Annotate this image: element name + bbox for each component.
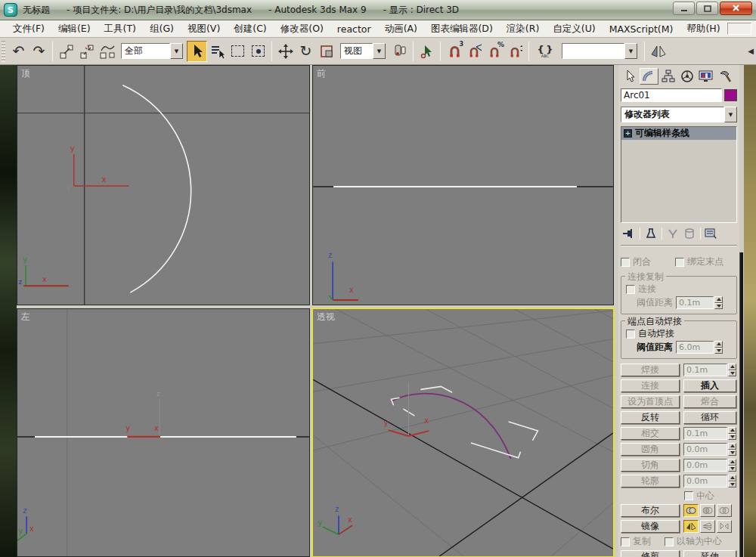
spinner-down-icon[interactable] (728, 466, 736, 472)
spinner-down-icon[interactable] (728, 370, 736, 377)
chamfer-button[interactable]: 切角 (621, 459, 680, 472)
percent-snap-button[interactable]: % (485, 41, 505, 62)
undo-button[interactable]: ↶ (8, 41, 29, 62)
expand-icon[interactable]: + (624, 129, 632, 138)
menu-rendering[interactable]: 渲染(R) (500, 21, 546, 37)
bind-last-checkbox[interactable] (675, 258, 684, 267)
spinner-up-icon[interactable] (728, 443, 736, 450)
menu-maxscript[interactable]: MAXScript(M) (603, 22, 680, 36)
named-selection-dropdown[interactable]: ▼ (562, 43, 637, 59)
use-pivot-point-center-button[interactable] (389, 41, 410, 62)
fillet-button[interactable]: 圆角 (621, 443, 680, 456)
menu-reactor[interactable]: reactor (330, 22, 378, 36)
extend-button[interactable]: 延伸 (683, 550, 736, 557)
object-name-field[interactable]: Arc01 (621, 88, 722, 102)
spinner-up-icon[interactable] (714, 296, 723, 303)
modifier-list-dropdown[interactable]: 修改器列表 ▼ (621, 107, 737, 122)
auto-weld-checkbox[interactable] (626, 330, 635, 339)
unlink-selection-button[interactable] (76, 41, 97, 62)
chevron-down-icon[interactable]: ▼ (624, 43, 637, 59)
configure-modifier-sets-button[interactable] (703, 227, 720, 240)
angle-snap-button[interactable] (464, 41, 485, 62)
viewport-front[interactable]: 前 z x (312, 65, 614, 305)
select-and-move-button[interactable] (275, 41, 296, 62)
viewport-front-label[interactable]: 前 (317, 67, 326, 80)
viewport-top-label[interactable]: 顶 (21, 67, 30, 80)
connect-threshold-spinner[interactable]: 0.1m (676, 296, 723, 309)
copy-checkbox[interactable] (621, 537, 630, 546)
mirror-both-button[interactable] (717, 520, 732, 533)
mirror-horizontal-button[interactable] (683, 520, 699, 533)
tab-modify[interactable] (640, 68, 658, 85)
chamfer-spinner[interactable]: 0.0m (683, 459, 736, 472)
selection-filter-dropdown[interactable]: 全部 ▼ (121, 43, 183, 59)
maximize-button[interactable] (696, 2, 718, 15)
connect-button[interactable]: 连接 (621, 379, 680, 392)
viewport-perspective-label[interactable]: 透视 (317, 311, 335, 323)
stack-item-editable-spline[interactable]: + 可编辑样条线 (621, 127, 736, 140)
menu-modifiers[interactable]: 修改器(O) (274, 21, 330, 37)
chevron-down-icon[interactable]: ▼ (724, 107, 737, 122)
boolean-subtract-button[interactable] (700, 504, 715, 517)
about-pivot-checkbox[interactable] (665, 537, 674, 546)
tab-motion[interactable] (677, 68, 696, 85)
close-checkbox[interactable] (621, 258, 630, 267)
select-and-scale-button[interactable] (316, 41, 336, 62)
select-object-button[interactable] (187, 41, 207, 62)
menu-create[interactable]: 创建(C) (227, 21, 273, 37)
toolbar-handle[interactable] (2, 41, 5, 62)
arc-spline[interactable] (122, 85, 191, 292)
tab-display[interactable] (696, 68, 715, 85)
insert-button[interactable]: 插入 (683, 379, 736, 392)
fuse-button[interactable]: 熔合 (683, 395, 736, 408)
toolbar-scroll-left-icon[interactable]: ◀ (745, 41, 756, 62)
pin-stack-button[interactable] (621, 227, 637, 240)
boolean-intersect-button[interactable] (717, 504, 732, 517)
select-and-manipulate-button[interactable] (417, 41, 437, 62)
snaps-toggle-button[interactable]: 3 (444, 41, 464, 62)
tab-utilities[interactable] (715, 68, 734, 85)
cross-insert-button[interactable]: 相交 (621, 427, 680, 440)
menu-edit[interactable]: 编辑(E) (51, 21, 98, 37)
menu-help[interactable]: 帮助(H) (680, 21, 727, 37)
close-button[interactable] (720, 2, 752, 15)
make-unique-button[interactable] (665, 227, 681, 240)
spinner-down-icon[interactable] (728, 481, 736, 488)
chevron-down-icon[interactable]: ▼ (373, 43, 386, 59)
show-end-result-button[interactable] (643, 227, 659, 240)
modifier-stack[interactable]: + 可编辑样条线 (621, 126, 737, 223)
panel-scrollbar[interactable] (739, 252, 743, 557)
menu-tools[interactable]: 工具(T) (98, 21, 143, 37)
viewport-left[interactable]: 左 z y x z y x (17, 308, 310, 557)
boolean-button[interactable]: 布尔 (621, 504, 680, 517)
spinner-down-icon[interactable] (714, 303, 723, 310)
outline-button[interactable]: 轮廓 (621, 475, 680, 487)
make-first-button[interactable]: 设为首顶点 (621, 395, 680, 408)
spinner-down-icon[interactable] (728, 434, 736, 441)
fillet-spinner[interactable]: 0.0m (683, 443, 736, 456)
remove-modifier-button[interactable] (681, 227, 698, 240)
tab-create[interactable] (621, 68, 640, 85)
trim-button[interactable]: 修剪 (621, 550, 680, 557)
spinner-snap-button[interactable] (505, 41, 525, 62)
menu-customize[interactable]: 自定义(U) (546, 21, 602, 37)
weld-button[interactable]: 焊接 (621, 364, 680, 376)
cross-insert-spinner[interactable]: 0.1m (683, 427, 736, 440)
select-by-name-button[interactable] (207, 41, 228, 62)
window-crossing-button[interactable] (248, 41, 268, 62)
spinner-up-icon[interactable] (728, 364, 736, 370)
mirror-spline-button[interactable]: 镜像 (621, 520, 680, 533)
connect-checkbox[interactable] (626, 285, 635, 294)
auto-weld-threshold-spinner[interactable]: 6.0m (676, 341, 723, 354)
viewport-front-canvas[interactable]: z x (313, 66, 613, 305)
spinner-up-icon[interactable] (714, 341, 723, 348)
minimize-button[interactable] (673, 2, 695, 15)
chevron-down-icon[interactable]: ▼ (170, 43, 183, 59)
mirror-button[interactable] (648, 41, 668, 62)
viewport-perspective-canvas[interactable]: x y z y x (313, 309, 613, 556)
weld-threshold-spinner[interactable]: 0.1m (683, 364, 736, 376)
outline-spinner[interactable]: 0.0m (683, 475, 736, 487)
menu-file[interactable]: 文件(F) (6, 21, 51, 37)
reverse-button[interactable]: 反转 (621, 411, 680, 424)
menu-graph-editors[interactable]: 图表编辑器(D) (424, 21, 500, 37)
